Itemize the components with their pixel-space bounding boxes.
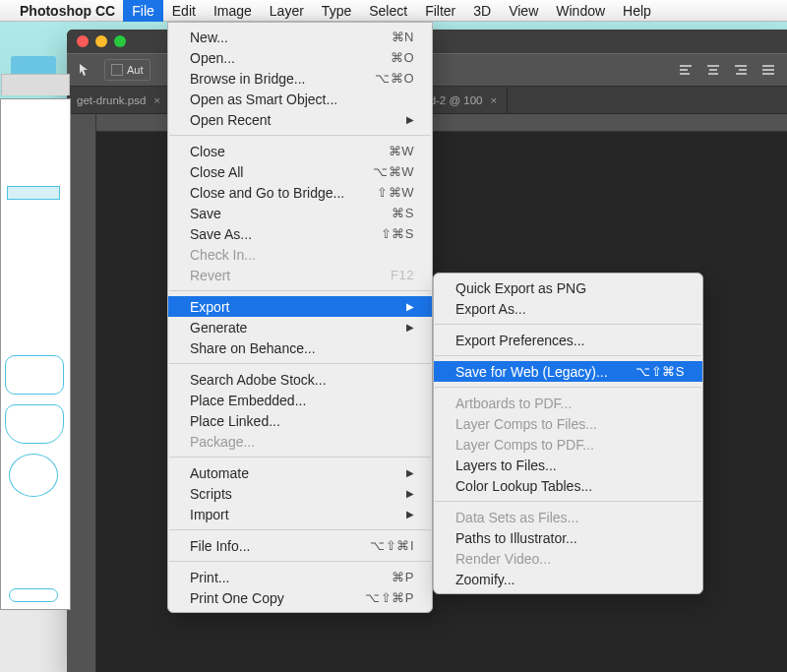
menu-item-shortcut: ⇧⌘S (381, 226, 414, 241)
file-menu-item-open-recent[interactable]: Open Recent (168, 109, 432, 130)
export-menu-item-layers-to-files[interactable]: Layers to Files... (434, 455, 702, 475)
svg-rect-10 (762, 69, 774, 71)
file-menu-item-open-as-smart-object[interactable]: Open as Smart Object... (168, 89, 432, 109)
file-menu-item-place-embedded[interactable]: Place Embedded... (168, 390, 432, 410)
menu-item-shortcut: ⌥⇧⌘I (370, 538, 414, 553)
menu-item-label: Paths to Illustrator... (455, 530, 577, 546)
menu-item-label: Open Recent (190, 112, 272, 128)
export-menu-item-color-lookup-tables[interactable]: Color Lookup Tables... (434, 475, 702, 496)
menu-item-shortcut: ⌥⇧⌘S (636, 364, 685, 379)
menubar-item-help[interactable]: Help (614, 0, 660, 22)
export-menu-item-export-preferences[interactable]: Export Preferences... (434, 330, 702, 350)
file-menu-item-place-linked[interactable]: Place Linked... (168, 410, 432, 431)
vector-shape (5, 404, 64, 444)
menu-separator (169, 457, 431, 458)
menu-item-label: New... (190, 30, 228, 45)
svg-rect-2 (680, 73, 690, 75)
menubar-item-filter[interactable]: Filter (416, 0, 464, 22)
file-menu-item-save-as[interactable]: Save As...⇧⌘S (168, 223, 432, 244)
auto-select-label: Aut (127, 64, 144, 76)
background-doc-tab[interactable] (1, 74, 70, 95)
menu-item-shortcut: ⌘N (392, 30, 414, 44)
menubar-item-image[interactable]: Image (205, 0, 261, 22)
menubar-item-window[interactable]: Window (547, 0, 614, 22)
svg-rect-0 (680, 65, 692, 67)
menu-item-label: Close and Go to Bridge... (190, 185, 344, 201)
menu-item-label: Close (190, 144, 225, 159)
export-menu-item-export-as[interactable]: Export As... (434, 298, 702, 319)
menubar-item-3d[interactable]: 3D (464, 0, 500, 22)
file-menu-item-package: Package... (168, 431, 432, 452)
export-menu-item-quick-export-as-png[interactable]: Quick Export as PNG (434, 277, 702, 298)
menu-item-shortcut: ⌘P (392, 570, 414, 584)
menu-item-label: Package... (190, 434, 255, 450)
menubar-item-layer[interactable]: Layer (261, 0, 313, 22)
menubar-item-type[interactable]: Type (313, 0, 360, 22)
file-menu-item-search-adobe-stock[interactable]: Search Adobe Stock... (168, 369, 432, 390)
export-menu-item-save-for-web-legacy[interactable]: Save for Web (Legacy)...⌥⇧⌘S (434, 361, 702, 382)
file-menu-item-scripts[interactable]: Scripts (168, 483, 432, 504)
align-right-icon[interactable] (732, 61, 750, 79)
app-name[interactable]: Photoshop CC (20, 3, 115, 19)
menu-separator (435, 387, 701, 388)
menu-item-shortcut: F12 (391, 268, 414, 282)
file-menu-item-open[interactable]: Open...⌘O (168, 47, 432, 68)
file-menu-item-share-on-behance[interactable]: Share on Behance... (168, 337, 432, 358)
svg-rect-8 (736, 73, 747, 75)
menubar-item-file[interactable]: File (123, 0, 163, 22)
vector-shape (9, 588, 58, 602)
svg-rect-7 (739, 69, 747, 71)
file-menu-item-export[interactable]: Export (168, 296, 432, 317)
file-menu-item-close-and-go-to-bridge[interactable]: Close and Go to Bridge...⇧⌘W (168, 182, 432, 203)
menu-separator (169, 290, 431, 291)
menubar-item-view[interactable]: View (500, 0, 547, 22)
menu-item-shortcut: ⌘W (389, 144, 414, 158)
menu-item-label: Revert (190, 268, 230, 283)
menu-item-shortcut: ⌘S (392, 206, 414, 220)
document-tab[interactable]: get-drunk.psd× (67, 87, 171, 114)
menu-item-label: Data Sets as Files... (455, 510, 578, 525)
file-menu-item-save[interactable]: Save⌘S (168, 203, 432, 223)
close-window-icon[interactable] (77, 35, 89, 47)
menu-item-label: Zoomify... (455, 572, 515, 587)
move-tool-icon[interactable] (77, 61, 94, 79)
menu-separator (169, 529, 431, 530)
minimize-window-icon[interactable] (95, 35, 107, 47)
file-menu-item-automate[interactable]: Automate (168, 462, 432, 483)
file-menu-item-print[interactable]: Print...⌘P (168, 567, 432, 587)
menu-item-shortcut: ⌘O (391, 50, 414, 65)
menu-separator (169, 135, 431, 136)
menu-item-label: Place Linked... (190, 413, 280, 429)
file-menu-item-close[interactable]: Close⌘W (168, 141, 432, 161)
menu-item-label: Layers to Files... (455, 458, 557, 473)
file-menu-item-file-info[interactable]: File Info...⌥⇧⌘I (168, 535, 432, 556)
file-menu-item-browse-in-bridge[interactable]: Browse in Bridge...⌥⌘O (168, 68, 432, 89)
menu-item-label: Open as Smart Object... (190, 92, 337, 107)
align-left-icon[interactable] (677, 61, 695, 79)
file-menu-item-close-all[interactable]: Close All⌥⌘W (168, 161, 432, 182)
align-center-icon[interactable] (704, 61, 722, 79)
menu-separator (435, 501, 701, 502)
close-tab-icon[interactable]: × (153, 94, 160, 106)
distribute-icon[interactable] (759, 61, 777, 79)
close-tab-icon[interactable]: × (491, 94, 498, 106)
zoom-window-icon[interactable] (114, 35, 126, 47)
file-menu-item-import[interactable]: Import (168, 504, 432, 524)
export-menu-item-paths-to-illustrator[interactable]: Paths to Illustrator... (434, 527, 702, 548)
background-doc-header (11, 56, 56, 74)
export-menu-item-render-video: Render Video... (434, 548, 702, 569)
macos-menubar: Photoshop CC FileEditImageLayerTypeSelec… (0, 0, 787, 22)
file-menu-item-print-one-copy[interactable]: Print One Copy⌥⇧⌘P (168, 587, 432, 608)
menubar-item-edit[interactable]: Edit (163, 0, 205, 22)
export-menu-item-zoomify[interactable]: Zoomify... (434, 569, 702, 589)
svg-rect-11 (762, 73, 774, 75)
export-menu-item-data-sets-as-files: Data Sets as Files... (434, 507, 702, 527)
export-menu-item-artboards-to-pdf: Artboards to PDF... (434, 393, 702, 413)
file-menu-item-generate[interactable]: Generate (168, 317, 432, 337)
file-menu-item-new[interactable]: New...⌘N (168, 27, 432, 47)
menubar-item-select[interactable]: Select (360, 0, 416, 22)
vector-shape (9, 454, 58, 497)
menu-item-shortcut: ⌥⌘W (373, 164, 414, 179)
auto-select-checkbox[interactable]: Aut (104, 59, 151, 81)
svg-rect-9 (762, 65, 774, 67)
